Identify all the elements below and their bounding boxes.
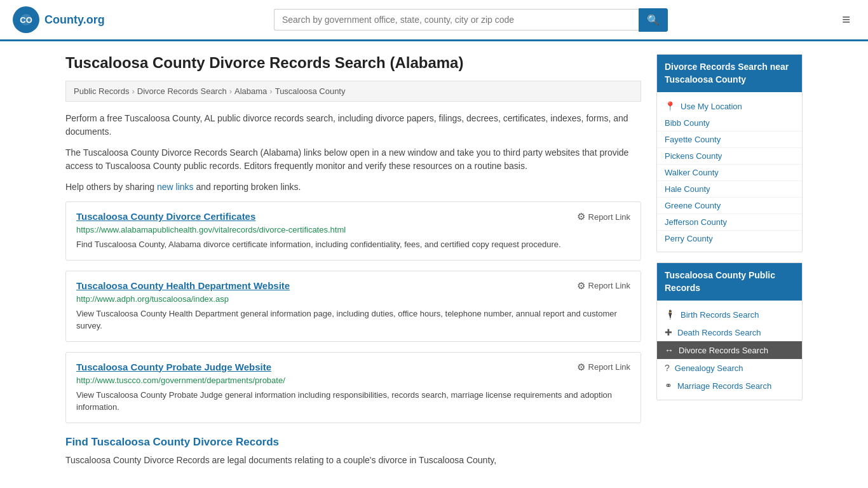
death-records-label: Death Records Search xyxy=(677,328,761,337)
result-title-1[interactable]: Tuscaloosa County Divorce Certificates xyxy=(76,211,255,222)
breadcrumb-sep3: › xyxy=(269,86,272,96)
result-url-3[interactable]: http://www.tuscco.com/government/departm… xyxy=(76,376,630,385)
main-container: Tuscaloosa County Divorce Records Search… xyxy=(53,41,815,487)
county-link-hale[interactable]: Hale County xyxy=(657,181,802,198)
sidebar-genealogy[interactable]: ? Genealogy Search xyxy=(657,359,802,377)
menu-icon: ≡ xyxy=(842,11,850,27)
report-label-2: Report Link xyxy=(588,281,630,290)
genealogy-icon: ? xyxy=(665,363,670,373)
report-label-1: Report Link xyxy=(588,212,630,222)
county-link-fayette[interactable]: Fayette County xyxy=(657,132,802,148)
county-link-bibb[interactable]: Bibb County xyxy=(657,115,802,132)
logo-text: County.org xyxy=(44,13,105,27)
use-my-location-label: Use My Location xyxy=(681,102,742,111)
sidebar: Divorce Records Search near Tuscaloosa C… xyxy=(656,54,803,475)
result-card-2: Tuscaloosa County Health Department Webs… xyxy=(65,271,641,342)
report-link-2[interactable]: ⚙ Report Link xyxy=(577,280,630,292)
result-desc-2: View Tuscaloosa County Health Department… xyxy=(76,308,630,332)
location-icon: 📍 xyxy=(665,101,675,111)
description-1: Perform a free Tuscaloosa County, AL pub… xyxy=(65,112,641,139)
report-icon-3: ⚙ xyxy=(577,362,585,373)
county-link-walker[interactable]: Walker County xyxy=(657,165,802,181)
county-link-greene[interactable]: Greene County xyxy=(657,198,802,214)
genealogy-label: Genealogy Search xyxy=(675,363,743,373)
birth-icon: 🕴 xyxy=(665,309,675,320)
breadcrumb-public-records[interactable]: Public Records xyxy=(74,86,129,96)
result-header-1: Tuscaloosa County Divorce Certificates ⚙… xyxy=(76,211,630,222)
result-header-2: Tuscaloosa County Health Department Webs… xyxy=(76,280,630,292)
description-2: The Tuscaloosa County Divorce Records Se… xyxy=(65,146,641,173)
public-records-title: Tuscaloosa County Public Records xyxy=(657,263,802,301)
logo[interactable]: CO County.org xyxy=(13,6,105,33)
search-input[interactable] xyxy=(274,9,639,30)
content-area: Tuscaloosa County Divorce Records Search… xyxy=(65,54,641,475)
result-title-3[interactable]: Tuscaloosa County Probate Judge Website xyxy=(76,362,271,372)
death-icon: ✚ xyxy=(665,327,672,337)
result-desc-3: View Tuscaloosa County Probate Judge gen… xyxy=(76,389,630,414)
result-card-3: Tuscaloosa County Probate Judge Website … xyxy=(65,352,641,423)
public-records-body: 🕴 Birth Records Search ✚ Death Records S… xyxy=(657,301,802,400)
sidebar-marriage-records[interactable]: ⚭ Marriage Records Search xyxy=(657,377,802,395)
new-links[interactable]: new links xyxy=(157,182,194,192)
breadcrumb-alabama[interactable]: Alabama xyxy=(234,86,267,96)
result-url-1[interactable]: https://www.alabamapublichealth.gov/vita… xyxy=(76,225,630,234)
use-my-location[interactable]: 📍 Use My Location xyxy=(657,97,802,115)
breadcrumb-divorce[interactable]: Divorce Records Search xyxy=(137,86,227,96)
county-link-perry[interactable]: Perry County xyxy=(657,231,802,247)
sidebar-divorce-records[interactable]: ↔ Divorce Records Search xyxy=(657,341,802,359)
marriage-icon: ⚭ xyxy=(665,381,672,391)
sidebar-death-records[interactable]: ✚ Death Records Search xyxy=(657,323,802,341)
public-records-box: Tuscaloosa County Public Records 🕴 Birth… xyxy=(656,262,803,400)
nearby-body: 📍 Use My Location Bibb County Fayette Co… xyxy=(657,92,802,252)
county-link-jefferson[interactable]: Jefferson County xyxy=(657,214,802,231)
county-link-pickens[interactable]: Pickens County xyxy=(657,148,802,165)
search-button[interactable]: 🔍 xyxy=(639,8,668,32)
marriage-records-label: Marriage Records Search xyxy=(677,381,771,391)
birth-records-label: Birth Records Search xyxy=(681,310,759,320)
find-section-desc: Tuscaloosa County Divorce Records are le… xyxy=(65,454,641,467)
svg-text:CO: CO xyxy=(20,15,32,25)
find-section-title: Find Tuscaloosa County Divorce Records xyxy=(65,436,641,449)
page-title: Tuscaloosa County Divorce Records Search… xyxy=(65,54,641,72)
site-header: CO County.org 🔍 ≡ xyxy=(0,0,868,41)
breadcrumb-sep1: › xyxy=(132,86,134,96)
report-icon-2: ⚙ xyxy=(577,280,585,292)
breadcrumb-sep2: › xyxy=(229,86,232,96)
report-label-3: Report Link xyxy=(588,362,630,372)
nearby-title: Divorce Records Search near Tuscaloosa C… xyxy=(657,55,802,92)
search-area: 🔍 xyxy=(274,8,668,32)
description-3: Help others by sharing new links and rep… xyxy=(65,180,641,194)
report-link-1[interactable]: ⚙ Report Link xyxy=(577,211,630,222)
result-title-2[interactable]: Tuscaloosa County Health Department Webs… xyxy=(76,280,290,291)
divorce-icon: ↔ xyxy=(665,345,674,355)
logo-icon: CO xyxy=(13,6,39,33)
breadcrumb: Public Records › Divorce Records Search … xyxy=(65,81,641,102)
result-url-2[interactable]: http://www.adph.org/tuscaloosa/index.asp xyxy=(76,294,630,304)
result-desc-1: Find Tuscaloosa County, Alabama divorce … xyxy=(76,238,630,251)
sidebar-birth-records[interactable]: 🕴 Birth Records Search xyxy=(657,306,802,323)
nearby-box: Divorce Records Search near Tuscaloosa C… xyxy=(656,54,803,252)
result-card-1: Tuscaloosa County Divorce Certificates ⚙… xyxy=(65,201,641,261)
report-link-3[interactable]: ⚙ Report Link xyxy=(577,362,630,373)
breadcrumb-county: Tuscaloosa County xyxy=(275,86,346,96)
report-icon-1: ⚙ xyxy=(577,211,585,222)
menu-button[interactable]: ≡ xyxy=(837,9,855,30)
result-header-3: Tuscaloosa County Probate Judge Website … xyxy=(76,362,630,373)
divorce-records-label: Divorce Records Search xyxy=(679,346,768,355)
